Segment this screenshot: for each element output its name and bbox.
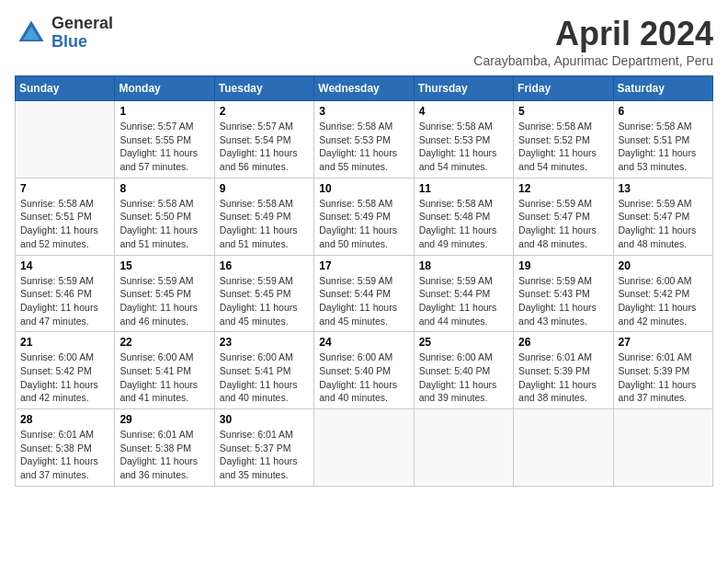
day-number: 13 bbox=[619, 182, 708, 195]
day-info: Sunrise: 5:59 AM Sunset: 5:47 PM Dayligh… bbox=[619, 197, 708, 251]
logo-general: General bbox=[51, 15, 113, 33]
day-info: Sunrise: 6:01 AM Sunset: 5:38 PM Dayligh… bbox=[20, 428, 109, 482]
day-number: 21 bbox=[20, 336, 109, 349]
day-number: 28 bbox=[20, 413, 109, 426]
calendar-cell bbox=[16, 101, 115, 178]
day-info: Sunrise: 5:58 AM Sunset: 5:51 PM Dayligh… bbox=[619, 120, 708, 174]
day-number: 29 bbox=[119, 413, 209, 426]
day-number: 27 bbox=[619, 336, 708, 349]
day-info: Sunrise: 5:58 AM Sunset: 5:53 PM Dayligh… bbox=[419, 120, 508, 174]
weekday-header: Tuesday bbox=[214, 76, 313, 101]
day-info: Sunrise: 6:00 AM Sunset: 5:42 PM Dayligh… bbox=[20, 350, 109, 405]
day-number: 30 bbox=[220, 413, 309, 426]
weekday-header: Sunday bbox=[16, 76, 115, 101]
calendar-cell: 1Sunrise: 5:57 AM Sunset: 5:55 PM Daylig… bbox=[115, 101, 214, 178]
calendar-table: SundayMondayTuesdayWednesdayThursdayFrid… bbox=[15, 75, 713, 487]
calendar-cell: 17Sunrise: 5:59 AM Sunset: 5:44 PM Dayli… bbox=[314, 255, 414, 332]
day-number: 24 bbox=[319, 336, 408, 349]
day-info: Sunrise: 6:00 AM Sunset: 5:41 PM Dayligh… bbox=[119, 350, 209, 405]
calendar-cell bbox=[314, 409, 414, 487]
day-info: Sunrise: 5:59 AM Sunset: 5:45 PM Dayligh… bbox=[220, 274, 309, 328]
day-number: 4 bbox=[419, 105, 508, 118]
calendar-cell: 3Sunrise: 5:58 AM Sunset: 5:53 PM Daylig… bbox=[314, 101, 414, 178]
weekday-header: Saturday bbox=[613, 76, 712, 101]
calendar-cell: 8Sunrise: 5:58 AM Sunset: 5:50 PM Daylig… bbox=[115, 178, 214, 255]
day-number: 26 bbox=[518, 336, 608, 349]
day-info: Sunrise: 5:57 AM Sunset: 5:54 PM Dayligh… bbox=[220, 120, 309, 174]
calendar-cell: 16Sunrise: 5:59 AM Sunset: 5:45 PM Dayli… bbox=[214, 255, 313, 332]
day-number: 18 bbox=[419, 259, 508, 272]
calendar-week-row: 1Sunrise: 5:57 AM Sunset: 5:55 PM Daylig… bbox=[16, 101, 713, 178]
day-number: 6 bbox=[619, 105, 708, 118]
day-info: Sunrise: 5:58 AM Sunset: 5:53 PM Dayligh… bbox=[319, 120, 408, 174]
calendar-week-row: 14Sunrise: 5:59 AM Sunset: 5:46 PM Dayli… bbox=[16, 255, 713, 332]
day-number: 12 bbox=[518, 182, 608, 195]
title-block: April 2024 Caraybamba, Apurimac Departme… bbox=[473, 15, 713, 68]
day-number: 10 bbox=[319, 182, 408, 195]
logo: General Blue bbox=[15, 15, 113, 52]
calendar-cell: 7Sunrise: 5:58 AM Sunset: 5:51 PM Daylig… bbox=[16, 178, 115, 255]
calendar-cell: 23Sunrise: 6:00 AM Sunset: 5:41 PM Dayli… bbox=[214, 332, 313, 409]
day-info: Sunrise: 6:00 AM Sunset: 5:40 PM Dayligh… bbox=[419, 350, 508, 405]
month-title: April 2024 bbox=[473, 15, 713, 53]
day-info: Sunrise: 6:00 AM Sunset: 5:41 PM Dayligh… bbox=[220, 350, 309, 405]
day-number: 11 bbox=[419, 182, 508, 195]
calendar-header-row: SundayMondayTuesdayWednesdayThursdayFrid… bbox=[16, 76, 713, 101]
day-info: Sunrise: 5:58 AM Sunset: 5:50 PM Dayligh… bbox=[119, 197, 209, 251]
calendar-cell: 30Sunrise: 6:01 AM Sunset: 5:37 PM Dayli… bbox=[214, 409, 313, 487]
day-info: Sunrise: 5:59 AM Sunset: 5:45 PM Dayligh… bbox=[119, 274, 209, 328]
calendar-cell: 13Sunrise: 5:59 AM Sunset: 5:47 PM Dayli… bbox=[613, 178, 712, 255]
day-info: Sunrise: 6:00 AM Sunset: 5:42 PM Dayligh… bbox=[619, 274, 708, 328]
calendar-cell: 11Sunrise: 5:58 AM Sunset: 5:48 PM Dayli… bbox=[414, 178, 513, 255]
day-info: Sunrise: 5:59 AM Sunset: 5:46 PM Dayligh… bbox=[20, 274, 109, 328]
calendar-cell: 20Sunrise: 6:00 AM Sunset: 5:42 PM Dayli… bbox=[613, 255, 712, 332]
day-number: 25 bbox=[419, 336, 508, 349]
weekday-header: Friday bbox=[514, 76, 613, 101]
day-number: 20 bbox=[619, 259, 708, 272]
calendar-cell bbox=[514, 409, 613, 487]
logo-text: General Blue bbox=[51, 15, 113, 52]
logo-blue: Blue bbox=[51, 33, 113, 52]
calendar-week-row: 7Sunrise: 5:58 AM Sunset: 5:51 PM Daylig… bbox=[16, 178, 713, 255]
calendar-cell: 19Sunrise: 5:59 AM Sunset: 5:43 PM Dayli… bbox=[514, 255, 613, 332]
calendar-cell: 22Sunrise: 6:00 AM Sunset: 5:41 PM Dayli… bbox=[115, 332, 214, 409]
day-number: 17 bbox=[319, 259, 408, 272]
calendar-cell: 28Sunrise: 6:01 AM Sunset: 5:38 PM Dayli… bbox=[16, 409, 115, 487]
calendar-week-row: 21Sunrise: 6:00 AM Sunset: 5:42 PM Dayli… bbox=[16, 332, 713, 409]
calendar-cell bbox=[613, 409, 712, 487]
calendar-cell: 24Sunrise: 6:00 AM Sunset: 5:40 PM Dayli… bbox=[314, 332, 414, 409]
day-info: Sunrise: 6:01 AM Sunset: 5:39 PM Dayligh… bbox=[518, 350, 608, 405]
calendar-cell: 29Sunrise: 6:01 AM Sunset: 5:38 PM Dayli… bbox=[115, 409, 214, 487]
calendar-cell: 15Sunrise: 5:59 AM Sunset: 5:45 PM Dayli… bbox=[115, 255, 214, 332]
page-header: General Blue April 2024 Caraybamba, Apur… bbox=[15, 15, 713, 68]
day-number: 8 bbox=[119, 182, 209, 195]
calendar-cell: 2Sunrise: 5:57 AM Sunset: 5:54 PM Daylig… bbox=[214, 101, 313, 178]
calendar-cell: 25Sunrise: 6:00 AM Sunset: 5:40 PM Dayli… bbox=[414, 332, 513, 409]
day-info: Sunrise: 5:58 AM Sunset: 5:49 PM Dayligh… bbox=[319, 197, 408, 251]
day-number: 19 bbox=[518, 259, 608, 272]
day-number: 1 bbox=[119, 105, 209, 118]
day-info: Sunrise: 6:01 AM Sunset: 5:37 PM Dayligh… bbox=[220, 428, 309, 482]
calendar-cell: 5Sunrise: 5:58 AM Sunset: 5:52 PM Daylig… bbox=[514, 101, 613, 178]
calendar-week-row: 28Sunrise: 6:01 AM Sunset: 5:38 PM Dayli… bbox=[16, 409, 713, 487]
day-info: Sunrise: 5:58 AM Sunset: 5:49 PM Dayligh… bbox=[220, 197, 309, 251]
day-info: Sunrise: 5:59 AM Sunset: 5:44 PM Dayligh… bbox=[419, 274, 508, 328]
day-info: Sunrise: 5:57 AM Sunset: 5:55 PM Dayligh… bbox=[119, 120, 209, 174]
day-info: Sunrise: 5:59 AM Sunset: 5:44 PM Dayligh… bbox=[319, 274, 408, 328]
calendar-cell: 6Sunrise: 5:58 AM Sunset: 5:51 PM Daylig… bbox=[613, 101, 712, 178]
weekday-header: Monday bbox=[115, 76, 214, 101]
day-number: 2 bbox=[220, 105, 309, 118]
day-info: Sunrise: 6:01 AM Sunset: 5:38 PM Dayligh… bbox=[119, 428, 209, 482]
weekday-header: Thursday bbox=[414, 76, 513, 101]
day-info: Sunrise: 6:00 AM Sunset: 5:40 PM Dayligh… bbox=[319, 350, 408, 405]
day-info: Sunrise: 5:58 AM Sunset: 5:48 PM Dayligh… bbox=[419, 197, 508, 251]
day-number: 16 bbox=[220, 259, 309, 272]
calendar-cell: 26Sunrise: 6:01 AM Sunset: 5:39 PM Dayli… bbox=[514, 332, 613, 409]
calendar-cell: 14Sunrise: 5:59 AM Sunset: 5:46 PM Dayli… bbox=[16, 255, 115, 332]
day-number: 23 bbox=[220, 336, 309, 349]
logo-icon bbox=[15, 17, 48, 50]
day-number: 5 bbox=[518, 105, 608, 118]
location-subtitle: Caraybamba, Apurimac Department, Peru bbox=[473, 53, 713, 68]
calendar-cell: 21Sunrise: 6:00 AM Sunset: 5:42 PM Dayli… bbox=[16, 332, 115, 409]
weekday-header: Wednesday bbox=[314, 76, 414, 101]
